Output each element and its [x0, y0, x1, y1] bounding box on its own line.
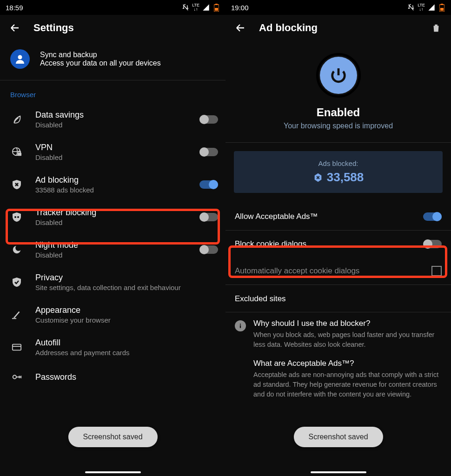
row-auto-cookie: Automatically accept cookie dialogs — [226, 258, 451, 284]
sync-title: Sync and backup — [40, 51, 161, 59]
appbar: Settings — [0, 15, 226, 41]
globe-lock-icon — [10, 145, 23, 159]
row-data-savings[interactable]: Data savingsDisabled — [0, 103, 226, 136]
row-block-cookie[interactable]: Block cookie dialogs — [226, 231, 451, 258]
block-cookie-toggle[interactable] — [423, 239, 442, 249]
stat-value: 33,588 — [327, 170, 364, 185]
bell-off-icon — [182, 4, 189, 11]
ad-blocking-sub: 33588 ads blocked — [35, 186, 187, 194]
faq-section: Why should I use the ad blocker? When yo… — [226, 312, 451, 407]
battery-icon — [212, 4, 220, 11]
appearance-sub: Customise your browser — [35, 316, 218, 324]
autofill-title: Autofill — [35, 338, 218, 348]
faq-q1: Why should I use the ad blocker? — [253, 319, 442, 328]
brush-icon — [10, 308, 23, 321]
row-tracker[interactable]: Tracker blockingDisabled — [0, 201, 226, 233]
status-icons: LTE↓↑ — [407, 3, 445, 12]
page-title: Ad blocking — [259, 22, 318, 34]
lte-indicator: LTE↓↑ — [418, 3, 425, 12]
toast: Screenshot saved — [293, 427, 383, 447]
shield-x-icon — [10, 178, 23, 191]
night-title: Night mode — [35, 240, 187, 250]
ad-blocking-title: Ad blocking — [35, 175, 187, 185]
data-savings-toggle[interactable] — [199, 114, 218, 125]
lte-indicator: LTE↓↑ — [192, 3, 199, 12]
night-toggle[interactable] — [199, 245, 218, 255]
svg-point-7 — [17, 216, 19, 218]
tracker-sub: Disabled — [35, 218, 187, 226]
sync-sub: Access your data on all your devices — [40, 59, 161, 67]
vpn-title: VPN — [35, 143, 187, 152]
appearance-title: Appearance — [35, 305, 218, 315]
svg-rect-2 — [215, 8, 218, 11]
privacy-sub: Site settings, data collection and exit … — [35, 284, 218, 291]
svg-rect-5 — [18, 153, 21, 156]
tracker-title: Tracker blocking — [35, 208, 187, 218]
signal-icon — [428, 4, 435, 11]
row-excluded-sites[interactable]: Excluded sites — [226, 285, 451, 312]
faq-a2: Acceptable ads are non-annoying ads that… — [253, 370, 442, 399]
row-night-mode[interactable]: Night modeDisabled — [0, 233, 226, 266]
card-icon — [10, 341, 23, 354]
status-bar: 19:00 LTE↓↑ — [226, 0, 451, 15]
svg-rect-12 — [440, 8, 444, 11]
sync-backup-row[interactable]: Sync and backup Access your data on all … — [0, 41, 226, 80]
section-browser: Browser — [0, 80, 226, 103]
appbar: Ad blocking — [226, 15, 451, 41]
nav-handle[interactable] — [311, 471, 366, 473]
bell-off-icon — [407, 4, 415, 11]
row-vpn[interactable]: VPNDisabled — [0, 136, 226, 168]
svg-point-9 — [13, 375, 16, 378]
svg-rect-11 — [441, 4, 443, 5]
nav-handle[interactable] — [85, 471, 141, 473]
ad-blocking-toggle[interactable] — [199, 179, 218, 190]
signal-icon — [202, 4, 210, 11]
back-button[interactable] — [232, 20, 249, 36]
toast: Screenshot saved — [68, 427, 157, 447]
row-appearance[interactable]: AppearanceCustomise your browser — [0, 298, 226, 331]
acceptable-ads-label: Allow Acceptable Ads™ — [235, 212, 416, 221]
back-button[interactable] — [7, 20, 23, 36]
avatar-icon — [10, 49, 30, 69]
ads-blocked-stat: Ads blocked: 33,588 — [234, 151, 443, 193]
status-bar: 18:59 LTE↓↑ — [0, 0, 226, 15]
status-time: 19:00 — [231, 4, 249, 12]
autofill-sub: Addresses and payment cards — [35, 349, 218, 357]
svg-point-13 — [240, 324, 241, 324]
faq-q2: What are Acceptable Ads™? — [253, 359, 442, 368]
enabled-sub: Your browsing speed is improved — [235, 122, 442, 130]
power-toggle[interactable] — [316, 53, 361, 98]
privacy-title: Privacy — [35, 273, 218, 283]
row-autofill[interactable]: AutofillAddresses and payment cards — [0, 331, 226, 364]
leaf-icon — [10, 113, 23, 126]
row-passwords[interactable]: Passwords — [0, 364, 226, 390]
tracker-toggle[interactable] — [199, 212, 218, 222]
shield-tracker-icon — [10, 211, 23, 224]
info-icon — [235, 320, 246, 331]
vpn-toggle[interactable] — [199, 147, 218, 157]
divider — [226, 142, 451, 143]
data-savings-sub: Disabled — [35, 121, 187, 129]
hex-x-icon — [313, 172, 323, 183]
ad-blocker-header: Enabled Your browsing speed is improved — [226, 41, 451, 142]
faq-a1: When you block ads, web pages load faste… — [253, 330, 442, 350]
acceptable-ads-toggle[interactable] — [423, 212, 442, 222]
auto-cookie-checkbox — [431, 266, 442, 276]
stat-label: Ads blocked: — [239, 159, 438, 167]
status-time: 18:59 — [6, 4, 23, 12]
row-ad-blocking[interactable]: Ad blocking33588 ads blocked — [0, 168, 226, 201]
phone-left: 18:59 LTE↓↑ Settings Sync and backup Acc… — [0, 0, 226, 476]
data-savings-title: Data savings — [35, 110, 187, 120]
svg-point-6 — [14, 216, 16, 218]
svg-rect-8 — [13, 344, 21, 350]
night-sub: Disabled — [35, 251, 187, 259]
svg-rect-14 — [240, 325, 241, 328]
page-title: Settings — [33, 22, 74, 34]
status-icons: LTE↓↑ — [182, 3, 220, 12]
passwords-title: Passwords — [35, 372, 218, 382]
shield-check-icon — [10, 276, 23, 289]
key-icon — [10, 370, 23, 383]
row-acceptable-ads[interactable]: Allow Acceptable Ads™ — [226, 203, 451, 230]
row-privacy[interactable]: PrivacySite settings, data collection an… — [0, 266, 226, 298]
delete-button[interactable] — [428, 20, 444, 36]
